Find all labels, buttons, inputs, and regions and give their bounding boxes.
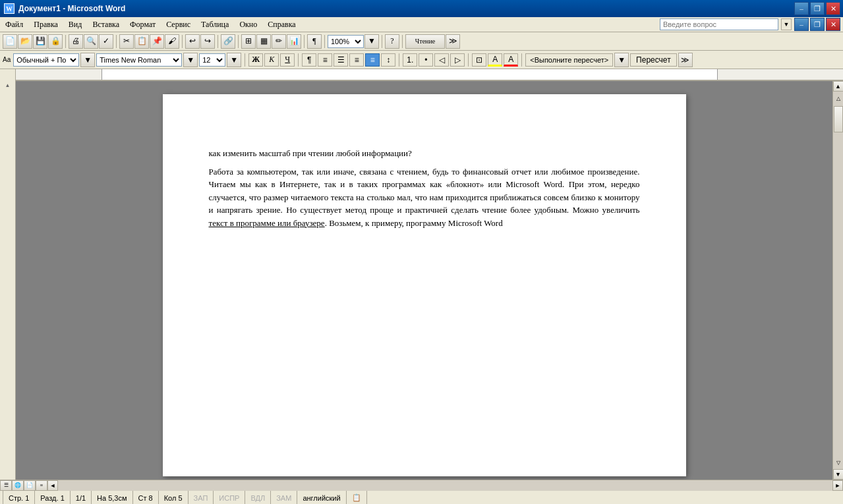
document-page: как изменить масштаб при чтении любой ин… — [163, 94, 686, 476]
menu-bar: Файл Правка Вид Вставка Формат Сервис Та… — [0, 17, 843, 32]
menu-window[interactable]: Окно — [234, 17, 262, 32]
fmt-extra-btn[interactable]: ≫ — [678, 53, 693, 67]
document-heading: как изменить масштаб при чтении любой ин… — [209, 147, 640, 160]
para-btn[interactable]: ¶ — [302, 53, 316, 67]
indent-inc-btn[interactable]: ▷ — [450, 53, 465, 67]
scroll-track[interactable] — [833, 105, 844, 456]
scroll-page-down-btn[interactable]: ▽ — [833, 456, 844, 469]
document-area[interactable]: как изменить масштаб при чтении любой ин… — [16, 81, 832, 480]
new-btn[interactable]: 📄 — [3, 34, 17, 49]
align-left-btn[interactable]: ≡ — [318, 53, 332, 67]
format-painter-btn[interactable]: 🖌 — [165, 34, 179, 49]
hyperlink-btn[interactable]: 🔗 — [221, 34, 235, 49]
border-btn[interactable]: ⊡ — [472, 53, 486, 67]
horizontal-ruler — [16, 69, 843, 80]
print-btn[interactable]: 🖨 — [69, 34, 83, 49]
standard-toolbar: 📄 📂 💾 🔒 🖨 🔍 ✓ ✂ 📋 📌 🖌 ↩ ↪ 🔗 ⊞ ▦ ✏ 📊 ¶ 10… — [0, 32, 843, 51]
menu-help[interactable]: Справка — [262, 17, 301, 32]
spell-btn[interactable]: ✓ — [99, 34, 113, 49]
document-content[interactable]: как изменить масштаб при чтении любой ин… — [209, 147, 640, 229]
scroll-down-btn[interactable]: ▼ — [833, 469, 844, 480]
window-title: Документ1 - Microsoft Word — [18, 4, 125, 13]
redo-btn[interactable]: ↪ — [200, 34, 215, 49]
help-btn[interactable]: ? — [385, 34, 399, 49]
vertical-ruler: ▲ — [0, 81, 16, 480]
indent-dec-btn[interactable]: ◁ — [434, 53, 449, 67]
toolbar-extra-btn[interactable]: ≫ — [446, 34, 460, 49]
style-select[interactable]: Обычный + По u Заголовок 1 Обычный — [13, 53, 79, 67]
open-btn[interactable]: 📂 — [18, 34, 32, 49]
menu-close-btn[interactable]: ✕ — [826, 18, 840, 31]
underline-btn[interactable]: Ч — [280, 53, 295, 67]
bullets-btn[interactable]: • — [419, 53, 433, 67]
app-icon: W — [4, 3, 15, 14]
menu-restore-btn[interactable]: ❐ — [810, 18, 825, 31]
hscroll-left-btn[interactable]: ◄ — [47, 480, 58, 491]
menu-minimize-btn[interactable]: – — [794, 18, 809, 31]
read-btn[interactable]: Чтение — [405, 34, 445, 49]
scroll-up-btn[interactable]: ▲ — [833, 81, 844, 92]
print-preview-btn[interactable]: 🔍 — [84, 34, 98, 49]
menu-insert[interactable]: Вставка — [87, 17, 125, 32]
status-row: Ст 8 — [133, 491, 159, 504]
menu-table[interactable]: Таблица — [196, 17, 234, 32]
minimize-button[interactable]: – — [794, 2, 809, 15]
menu-format[interactable]: Формат — [125, 17, 161, 32]
highlight-btn[interactable]: A — [488, 53, 502, 67]
status-col: Кол 5 — [159, 491, 189, 504]
save-btn[interactable]: 💾 — [33, 34, 47, 49]
title-bar: W Документ1 - Microsoft Word – ❐ ✕ — [0, 0, 843, 17]
normal-view-btn[interactable]: ☰ — [0, 480, 12, 491]
line-spacing-btn[interactable]: ↕ — [381, 53, 395, 67]
italic-btn[interactable]: К — [264, 53, 279, 67]
close-button[interactable]: ✕ — [826, 2, 840, 15]
copy-btn[interactable]: 📋 — [134, 34, 149, 49]
menu-edit[interactable]: Правка — [28, 17, 63, 32]
status-zam: ЗАМ — [271, 491, 297, 504]
status-page-of: 1/1 — [71, 491, 92, 504]
status-icon: 📋 — [347, 491, 367, 504]
show-para-btn[interactable]: ¶ — [307, 34, 322, 49]
font-color-btn[interactable]: A — [504, 53, 518, 67]
scroll-page-up-btn[interactable]: △ — [833, 92, 844, 105]
hscroll-track[interactable] — [58, 480, 832, 491]
col-btn[interactable]: ▦ — [256, 34, 271, 49]
font-select[interactable]: Times New Roman Arial Calibri — [96, 53, 182, 67]
paste-btn[interactable]: 📌 — [150, 34, 164, 49]
vertical-scrollbar[interactable]: ▲ △ ▽ ▼ — [832, 81, 843, 480]
font-size-select[interactable]: 12 10 14 — [199, 53, 225, 67]
undo-btn[interactable]: ↩ — [185, 34, 200, 49]
chart-btn[interactable]: 📊 — [287, 34, 301, 49]
help-search-input[interactable] — [660, 18, 778, 30]
search-arrow-btn[interactable]: ▼ — [781, 18, 792, 30]
formula-dropdown-btn[interactable]: ▼ — [614, 53, 629, 67]
zoom-select[interactable]: 100% 75% 150% — [328, 35, 364, 48]
recalc-btn[interactable]: Пересчет — [630, 53, 677, 67]
menu-view[interactable]: Вид — [63, 17, 88, 32]
scroll-thumb[interactable] — [834, 106, 843, 132]
menu-file[interactable]: Файл — [0, 17, 28, 32]
size-dropdown-btn[interactable]: ▼ — [227, 53, 241, 67]
print-view-btn[interactable]: 📄 — [24, 480, 36, 491]
numbering-btn[interactable]: 1. — [403, 53, 417, 67]
align-justify-btn[interactable]: ≡ — [365, 53, 380, 67]
style-dropdown-btn[interactable]: ▼ — [80, 53, 95, 67]
status-isp: ИСПР — [214, 491, 245, 504]
table-btn[interactable]: ⊞ — [241, 34, 256, 49]
align-right-btn[interactable]: ≡ — [349, 53, 364, 67]
font-dropdown-btn[interactable]: ▼ — [183, 53, 198, 67]
zoom-dropdown-btn[interactable]: ▼ — [364, 34, 379, 49]
web-view-btn[interactable]: 🌐 — [12, 480, 24, 491]
horizontal-scrollbar-bar: ☰ 🌐 📄 ≡ ◄ ► — [0, 480, 843, 490]
drawing-btn[interactable]: ✏ — [272, 34, 286, 49]
cut-btn[interactable]: ✂ — [119, 34, 134, 49]
menu-service[interactable]: Сервис — [161, 17, 196, 32]
restore-button[interactable]: ❐ — [810, 2, 825, 15]
hscroll-right-btn[interactable]: ► — [832, 480, 843, 491]
outline-view-btn[interactable]: ≡ — [36, 480, 47, 491]
permissions-btn[interactable]: 🔒 — [48, 34, 63, 49]
formula-exec-label: <Выполните пересчет> — [525, 53, 613, 67]
status-lang: английский — [297, 491, 346, 504]
bold-btn[interactable]: Ж — [248, 53, 263, 67]
align-center-btn[interactable]: ☰ — [334, 53, 348, 67]
